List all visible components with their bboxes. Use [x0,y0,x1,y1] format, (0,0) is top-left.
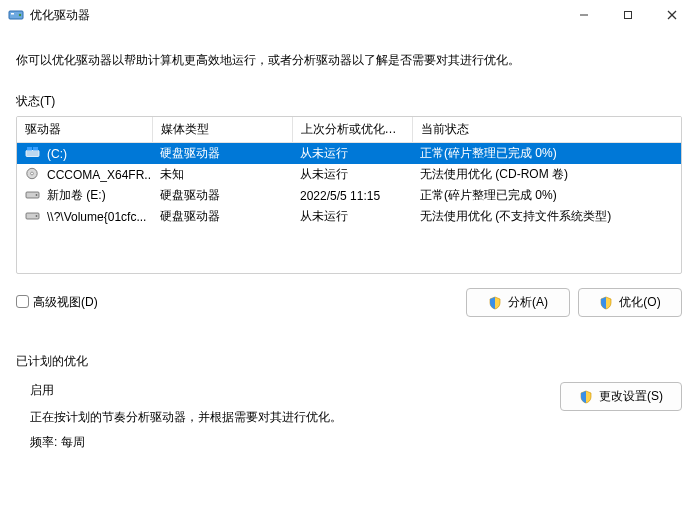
drive-icon [25,188,41,204]
media-type: 硬盘驱动器 [152,143,292,165]
svg-point-13 [36,194,38,196]
svg-rect-4 [625,12,632,19]
drive-name: 新加卷 (E:) [47,187,106,204]
analyze-label: 分析(A) [508,294,548,311]
change-settings-button[interactable]: 更改设置(S) [560,382,682,411]
svg-point-2 [19,14,21,16]
table-header-row: 驱动器 媒体类型 上次分析或优化的... 当前状态 [17,117,681,143]
drive-name: \\?\Volume{01cfc... [47,210,146,224]
col-status[interactable]: 当前状态 [412,117,681,143]
scheduled-status: 启用 [30,382,548,399]
shield-icon [579,390,593,404]
media-type: 硬盘驱动器 [152,185,292,206]
scheduled-info: 启用 正在按计划的节奏分析驱动器，并根据需要对其进行优化。 频率: 每周 [30,382,548,451]
change-settings-label: 更改设置(S) [599,388,663,405]
current-status: 无法使用优化 (CD-ROM 卷) [412,164,681,185]
col-last[interactable]: 上次分析或优化的... [292,117,412,143]
media-type: 未知 [152,164,292,185]
shield-icon [599,296,613,310]
last-run: 从未运行 [292,164,412,185]
scheduled-frequency-value: 每周 [61,435,85,449]
drives-table: 驱动器 媒体类型 上次分析或优化的... 当前状态 (C:)硬盘驱动器从未运行正… [16,116,682,274]
current-status: 无法使用优化 (不支持文件系统类型) [412,206,681,227]
table-row[interactable]: (C:)硬盘驱动器从未运行正常(碎片整理已完成 0%) [17,143,681,165]
last-run: 从未运行 [292,206,412,227]
current-status: 正常(碎片整理已完成 0%) [412,143,681,165]
drive-icon [25,209,41,225]
maximize-button[interactable] [606,0,650,30]
col-media[interactable]: 媒体类型 [152,117,292,143]
optimize-button[interactable]: 优化(O) [578,288,682,317]
last-run: 2022/5/5 11:15 [292,185,412,206]
description-text: 你可以优化驱动器以帮助计算机更高效地运行，或者分析驱动器以了解是否需要对其进行优… [16,52,682,69]
current-status: 正常(碎片整理已完成 0%) [412,185,681,206]
titlebar: 优化驱动器 [0,0,698,30]
table-row[interactable]: CCCOMA_X64FR...未知从未运行无法使用优化 (CD-ROM 卷) [17,164,681,185]
scheduled-section-title: 已计划的优化 [16,353,682,370]
advanced-view-label: 高级视图(D) [33,295,98,309]
status-label: 状态(T) [16,93,682,110]
drive-icon [25,167,41,183]
window-title: 优化驱动器 [30,7,90,24]
svg-rect-8 [27,147,32,151]
scheduled-frequency-label: 频率: [30,435,57,449]
svg-rect-9 [33,147,38,151]
optimize-label: 优化(O) [619,294,660,311]
media-type: 硬盘驱动器 [152,206,292,227]
drive-icon [25,146,41,162]
col-drive[interactable]: 驱动器 [17,117,152,143]
svg-point-11 [31,172,34,175]
close-button[interactable] [650,0,694,30]
drive-name: (C:) [47,147,67,161]
svg-rect-1 [11,13,14,15]
svg-rect-7 [26,150,39,156]
scheduled-detail: 正在按计划的节奏分析驱动器，并根据需要对其进行优化。 [30,409,548,426]
drive-name: CCCOMA_X64FR... [47,168,152,182]
minimize-button[interactable] [562,0,606,30]
last-run: 从未运行 [292,143,412,165]
table-row[interactable]: 新加卷 (E:)硬盘驱动器2022/5/5 11:15正常(碎片整理已完成 0%… [17,185,681,206]
shield-icon [488,296,502,310]
svg-point-15 [36,215,38,217]
advanced-view-checkbox[interactable]: 高级视图(D) [16,294,98,311]
table-row[interactable]: \\?\Volume{01cfc...硬盘驱动器从未运行无法使用优化 (不支持文… [17,206,681,227]
checkbox-icon [16,295,29,308]
app-icon [8,7,24,23]
scheduled-frequency: 频率: 每周 [30,434,548,451]
analyze-button[interactable]: 分析(A) [466,288,570,317]
